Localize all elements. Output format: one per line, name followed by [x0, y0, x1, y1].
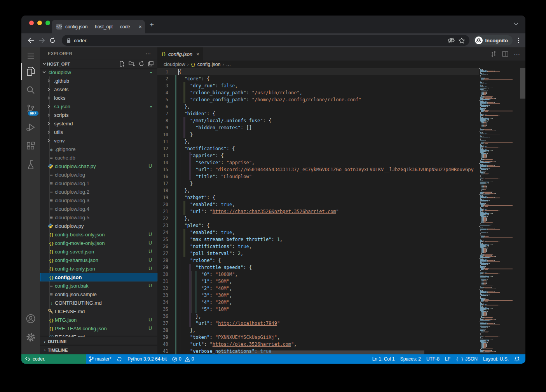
breadcrumb-folder[interactable]: cloudplow — [164, 62, 185, 67]
code-line[interactable]: 14 "service": "apprise", — [157, 159, 479, 166]
new-tab-button[interactable]: + — [150, 21, 154, 28]
breadcrumb-more[interactable]: … — [226, 62, 231, 67]
code-line[interactable]: 10 } — [157, 131, 479, 138]
indentation-item[interactable]: Spaces: 2 — [398, 354, 424, 364]
python-interpreter-item[interactable]: Python 3.9.2 64-bit — [125, 354, 169, 364]
code-line[interactable]: 9 "hidden_remotes": [] — [157, 124, 479, 131]
code-line[interactable]: 13 "apprise": { — [157, 152, 479, 159]
code-line[interactable]: 30 "0": "1000M", — [157, 271, 479, 278]
run-debug-view-icon[interactable] — [21, 119, 40, 136]
workspace-section-header[interactable]: HOST_OPT — [40, 60, 157, 68]
code-line[interactable]: 28 "rclone": { — [157, 257, 479, 264]
editor-tab-config-json[interactable]: {} config.json × — [157, 47, 203, 61]
encoding-item[interactable]: UTF-8 — [424, 354, 442, 364]
code-line[interactable]: 33 "3": "30M", — [157, 292, 479, 299]
code-line[interactable]: 6 }, — [157, 103, 479, 110]
tree-item[interactable]: cloudplow.chaz.pyU — [40, 162, 157, 170]
code-line[interactable]: 12 "notifications": { — [157, 145, 479, 152]
tree-item[interactable]: ≡cache.db — [40, 153, 157, 162]
code-line[interactable]: 27 "poll_interval": 2, — [157, 250, 479, 257]
tree-item[interactable]: {}PRE-TEAM-config.jsonU — [40, 324, 157, 333]
tab-close-icon[interactable]: × — [139, 24, 142, 30]
search-view-icon[interactable] — [21, 82, 40, 99]
source-control-view-icon[interactable]: 9K+ — [21, 100, 40, 117]
views-more-actions-icon[interactable]: ⋯ — [146, 50, 151, 57]
tree-item[interactable]: cloudplow.py — [40, 222, 157, 230]
tree-item[interactable]: .github — [40, 76, 157, 85]
cursor-position-item[interactable]: Ln 1, Col 1 — [370, 354, 398, 364]
vertical-scrollbar-thumb[interactable] — [520, 68, 525, 99]
outline-section[interactable]: › OUTLINE — [40, 337, 157, 346]
tree-item[interactable]: sa-json● — [40, 102, 157, 111]
minimap[interactable] — [479, 68, 520, 354]
code-line[interactable]: 21 "url": "https://chaz:chaz3526@nzbget.… — [157, 208, 479, 215]
window-close-button[interactable] — [29, 21, 34, 25]
tree-item[interactable]: ↓CONTRIBUTING.md — [40, 298, 157, 307]
breadcrumb-file[interactable]: config.json — [197, 62, 221, 67]
explorer-view-icon[interactable] — [21, 63, 40, 80]
new-folder-icon[interactable] — [129, 61, 135, 67]
tree-item[interactable]: ≡cloudplow.log.5 — [40, 213, 157, 222]
back-button-icon[interactable] — [25, 38, 36, 43]
tab-search-chevron-icon[interactable] — [514, 23, 518, 26]
code-line[interactable]: 32 "2": "40M", — [157, 285, 479, 292]
notifications-bell-icon[interactable] — [511, 354, 522, 364]
tree-item[interactable]: iREADME.md — [40, 333, 157, 337]
tree-item[interactable]: ≡config.json.sample — [40, 290, 157, 298]
language-mode-item[interactable]: { } JSON — [453, 354, 480, 364]
code-line[interactable]: 15 "url": "discord://650104445434331137/… — [157, 166, 479, 173]
code-line[interactable]: 16 "title": "Cloudplow" — [157, 173, 479, 180]
tree-item[interactable]: {}config-tv-only.jsonU — [40, 264, 157, 273]
tree-item[interactable]: LICENSE.md — [40, 307, 157, 316]
tree-item[interactable]: locks — [40, 94, 157, 102]
eye-off-icon[interactable] — [448, 38, 455, 43]
address-bar[interactable]: coder. — [62, 35, 469, 46]
git-branch-item[interactable]: master* — [86, 354, 114, 364]
code-line[interactable]: 40 "url": "https://plex.3526harriet.com"… — [157, 341, 479, 348]
code-line[interactable]: 17 } — [157, 180, 479, 187]
code-line[interactable]: 26 "notifications": true, — [157, 243, 479, 250]
horizontal-scrollbar-thumb[interactable] — [218, 350, 424, 354]
tree-item[interactable]: cloudplow● — [40, 68, 157, 76]
code-line[interactable]: 36 }, — [157, 313, 479, 320]
remote-indicator[interactable]: coder. — [21, 354, 86, 364]
tree-item[interactable]: utils — [40, 128, 157, 136]
open-changes-icon[interactable] — [490, 51, 497, 57]
code-line[interactable]: 5 "rclone_config_path": "/home/chaz/.con… — [157, 96, 479, 103]
extensions-view-icon[interactable] — [21, 137, 40, 154]
code-line[interactable]: 11 }, — [157, 138, 479, 145]
code-lines[interactable]: 1{2 "core": {3 "dry_run": false,4 "rclon… — [157, 68, 479, 354]
code-line[interactable]: 4 "rclone_binary_path": "/usr/bin/rclone… — [157, 89, 479, 96]
eol-item[interactable]: LF — [442, 354, 453, 364]
reload-button-icon[interactable] — [47, 37, 58, 43]
tree-item[interactable]: {}config-shamus.jsonU — [40, 256, 157, 264]
forward-button-icon[interactable] — [36, 38, 47, 43]
menu-hamburger-icon[interactable] — [21, 47, 40, 64]
code-line[interactable]: 23 "plex": { — [157, 222, 479, 229]
code-line[interactable]: 7 "hidden": { — [157, 110, 479, 117]
code-line[interactable]: 37 "url": "http://localhost:7949" — [157, 320, 479, 327]
testing-view-icon[interactable] — [21, 156, 40, 173]
code-line[interactable]: 22 }, — [157, 215, 479, 222]
tree-item[interactable]: scripts — [40, 111, 157, 119]
code-line[interactable]: 38 }, — [157, 327, 479, 334]
browser-tab[interactable]: </> config.json — host_opt — code × — [52, 20, 145, 33]
account-icon[interactable] — [21, 310, 40, 327]
new-file-icon[interactable] — [119, 61, 125, 67]
timeline-section[interactable]: › TIMELINE — [40, 346, 157, 354]
tree-item[interactable]: ≡cloudplow.log.4 — [40, 205, 157, 213]
code-line[interactable]: 31 "1": "50M", — [157, 278, 479, 285]
editor-tab-close-icon[interactable]: × — [196, 51, 199, 57]
tree-item[interactable]: {}config-saved.jsonU — [40, 247, 157, 256]
code-line[interactable]: 35 "5": "10M" — [157, 306, 479, 313]
code-line[interactable]: 24 "enabled": true, — [157, 229, 479, 236]
browser-menu-icon[interactable] — [516, 38, 522, 43]
collapse-folders-icon[interactable] — [148, 61, 154, 67]
tree-item[interactable]: {}config-movie-only.jsonU — [40, 239, 157, 247]
tree-item[interactable]: ≡config.json.bakU — [40, 281, 157, 290]
tree-item[interactable]: systemd — [40, 119, 157, 128]
code-line[interactable]: 29 "throttle_speeds": { — [157, 264, 479, 271]
window-minimize-button[interactable] — [37, 21, 42, 25]
bookmark-star-icon[interactable] — [459, 38, 465, 43]
code-line[interactable]: 8 "/mnt/local/.unionfs-fuse": { — [157, 117, 479, 124]
